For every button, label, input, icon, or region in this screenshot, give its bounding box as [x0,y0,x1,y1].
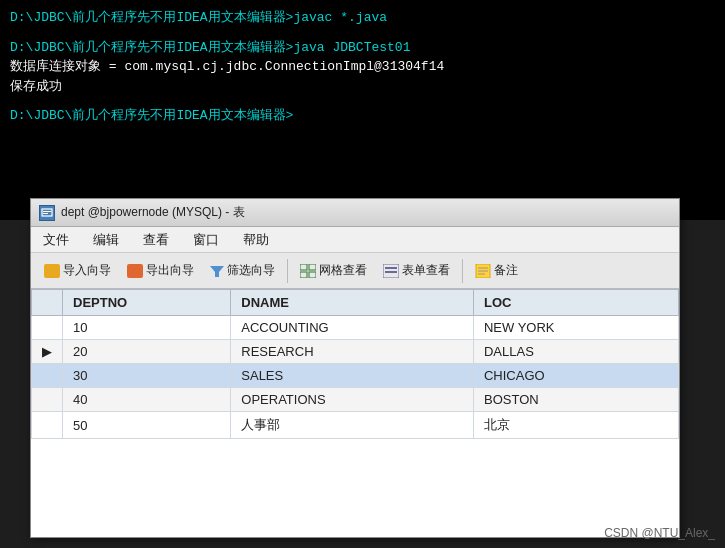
table-row[interactable]: 50 人事部 北京 [32,412,679,439]
export-icon [127,264,143,278]
toolbar-sep-2 [462,259,463,283]
form-label: 表单查看 [402,262,450,279]
svg-rect-7 [309,272,316,278]
menu-file[interactable]: 文件 [39,230,73,250]
menu-view[interactable]: 查看 [139,230,173,250]
terminal-spacer-2 [10,96,715,106]
cell-dname: 人事部 [231,412,474,439]
svg-rect-2 [43,213,48,214]
row-indicator [32,388,63,412]
menu-edit[interactable]: 编辑 [89,230,123,250]
col-loc: LOC [473,290,678,316]
form-view-button[interactable]: 表单查看 [376,257,457,285]
cell-loc: BOSTON [473,388,678,412]
cell-deptno: 30 [63,364,231,388]
notes-icon [475,264,491,278]
terminal-line-1: D:\JDBC\前几个程序先不用IDEA用文本编辑器>javac *.java [10,8,715,28]
menu-window[interactable]: 窗口 [189,230,223,250]
terminal-line-5: D:\JDBC\前几个程序先不用IDEA用文本编辑器> [10,106,715,126]
cell-dname: ACCOUNTING [231,316,474,340]
table-row[interactable]: ▶ 20 RESEARCH DALLAS [32,340,679,364]
toolbar-sep-1 [287,259,288,283]
workbench-window: dept @bjpowernode (MYSQL) - 表 文件 编辑 查看 窗… [30,198,680,538]
grid-view-button[interactable]: 网格查看 [293,257,374,285]
notes-label: 备注 [494,262,518,279]
row-indicator [32,412,63,439]
row-indicator [32,316,63,340]
svg-rect-4 [300,264,307,270]
terminal-line-3: 数据库连接对象 = com.mysql.cj.jdbc.ConnectionIm… [10,57,715,77]
cell-loc: 北京 [473,412,678,439]
row-indicator: ▶ [32,340,63,364]
cell-loc: DALLAS [473,340,678,364]
import-label: 导入向导 [63,262,111,279]
row-indicator [32,364,63,388]
svg-marker-3 [210,266,224,277]
watermark: CSDN @NTU_Alex_ [604,526,715,540]
cell-deptno: 20 [63,340,231,364]
svg-rect-0 [42,209,52,216]
window-title: dept @bjpowernode (MYSQL) - 表 [61,204,245,221]
filter-label: 筛选向导 [227,262,275,279]
svg-rect-1 [43,211,51,212]
svg-rect-6 [300,272,307,278]
terminal-spacer-1 [10,28,715,38]
svg-rect-10 [385,271,397,273]
col-indicator [32,290,63,316]
col-deptno: DEPTNO [63,290,231,316]
table-row[interactable]: 10 ACCOUNTING NEW YORK [32,316,679,340]
cell-deptno: 10 [63,316,231,340]
notes-button[interactable]: 备注 [468,257,525,285]
table-container: DEPTNO DNAME LOC 10 ACCOUNTING NEW YORK … [31,289,679,537]
menu-bar: 文件 编辑 查看 窗口 帮助 [31,227,679,253]
svg-rect-9 [385,267,397,269]
terminal: D:\JDBC\前几个程序先不用IDEA用文本编辑器>javac *.java … [0,0,725,220]
toolbar: 导入向导 导出向导 筛选向导 网格查看 [31,253,679,289]
table-row[interactable]: 30 SALES CHICAGO [32,364,679,388]
import-wizard-button[interactable]: 导入向导 [37,257,118,285]
filter-wizard-button[interactable]: 筛选向导 [203,257,282,285]
export-label: 导出向导 [146,262,194,279]
table-area[interactable]: DEPTNO DNAME LOC 10 ACCOUNTING NEW YORK … [31,289,679,537]
form-icon [383,264,399,278]
grid-label: 网格查看 [319,262,367,279]
terminal-line-2: D:\JDBC\前几个程序先不用IDEA用文本编辑器>java JDBCTest… [10,38,715,58]
export-wizard-button[interactable]: 导出向导 [120,257,201,285]
data-table: DEPTNO DNAME LOC 10 ACCOUNTING NEW YORK … [31,289,679,439]
cell-dname: RESEARCH [231,340,474,364]
import-icon [44,264,60,278]
svg-rect-5 [309,264,316,270]
table-row[interactable]: 40 OPERATIONS BOSTON [32,388,679,412]
title-bar: dept @bjpowernode (MYSQL) - 表 [31,199,679,227]
cell-dname: OPERATIONS [231,388,474,412]
filter-icon [210,264,224,278]
col-dname: DNAME [231,290,474,316]
cell-loc: NEW YORK [473,316,678,340]
terminal-line-4: 保存成功 [10,77,715,97]
app-icon [39,205,55,221]
cell-dname: SALES [231,364,474,388]
grid-icon [300,264,316,278]
cell-loc: CHICAGO [473,364,678,388]
cell-deptno: 50 [63,412,231,439]
cell-deptno: 40 [63,388,231,412]
menu-help[interactable]: 帮助 [239,230,273,250]
